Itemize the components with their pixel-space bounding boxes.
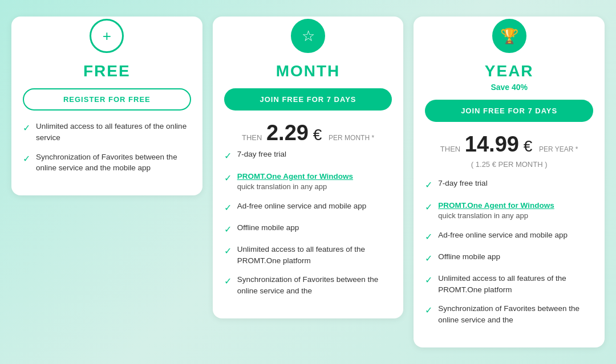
plan-title-month: MONTH (213, 62, 404, 80)
list-item: ✓Unlimited access to all features of the… (23, 121, 191, 143)
plan-title-year: YEAR (414, 62, 605, 80)
check-icon: ✓ (224, 201, 232, 214)
feature-text-year-5: Synchronization of Favorites between the… (438, 303, 593, 325)
plan-price-row-month: THEN 2.29 € PER MONTH * (213, 121, 404, 145)
feature-text-month-5: Synchronization of Favorites between the… (237, 274, 392, 296)
plan-price-sub-year: ( 1.25 € PER MONTH ) (414, 160, 605, 169)
plan-price-then-month: THEN (242, 133, 264, 142)
plan-price-amount-year: 14.99 (465, 132, 519, 156)
plan-card-month: ☆MONTHJOIN FREE FOR 7 DAYSTHEN 2.29 € PE… (213, 17, 404, 318)
plan-btn-year[interactable]: JOIN FREE FOR 7 DAYS (425, 100, 593, 122)
list-item: ✓Unlimited access to all features of the… (425, 273, 593, 295)
plan-icon-month: ☆ (291, 19, 325, 53)
feature-text-month-2: Ad-free online service and mobile app (237, 201, 367, 212)
check-icon: ✓ (224, 149, 232, 162)
feature-text-month-0: 7-day free trial (237, 149, 286, 160)
plan-icon-wrap-year: 🏆 (414, 19, 605, 53)
plan-icon-wrap-month: ☆ (213, 19, 404, 53)
plan-price-period-month: PER MONTH * (329, 134, 374, 142)
check-icon: ✓ (224, 244, 232, 257)
plan-features-year: ✓7-day free trial✓PROMT.One Agent for Wi… (414, 178, 605, 325)
plan-icon-wrap-free: + (11, 19, 202, 53)
check-icon: ✓ (224, 223, 232, 236)
plan-price-period-year: PER YEAR * (539, 145, 578, 153)
check-icon: ✓ (425, 178, 432, 191)
check-icon: ✓ (23, 152, 30, 165)
check-icon: ✓ (425, 252, 432, 265)
plan-icon-free: + (90, 19, 124, 53)
plan-features-free: ✓Unlimited access to all features of the… (11, 121, 202, 173)
plan-features-month: ✓7-day free trial✓PROMT.One Agent for Wi… (213, 149, 404, 296)
pricing-container: +FREEREGISTER FOR FREE✓Unlimited access … (11, 17, 605, 347)
check-icon: ✓ (224, 171, 232, 185)
list-item: ✓7-day free trial (425, 178, 593, 191)
feature-text-month-3: Offline mobile app (237, 222, 299, 234)
plan-card-year: 🏆YEARSave 40%JOIN FREE FOR 7 DAYSTHEN 14… (414, 17, 605, 347)
list-item: ✓7-day free trial (224, 149, 392, 162)
plan-price-row-year: THEN 14.99 € PER YEAR * (414, 132, 605, 157)
plan-save-year: Save 40% (414, 83, 605, 92)
list-item: ✓Unlimited access to all features of the… (224, 244, 392, 266)
check-icon: ✓ (425, 230, 432, 243)
feature-text-year-2: Ad-free online service and mobile app (438, 230, 568, 241)
feature-link-month-1[interactable]: PROMT.One Agent for Windows (237, 172, 353, 181)
plan-price-then-year: THEN (440, 145, 463, 153)
feature-sub-year-1: quick translation in any app (438, 211, 554, 222)
check-icon: ✓ (425, 304, 432, 317)
list-item: ✓Synchronization of Favorites between th… (23, 152, 191, 174)
list-item: ✓Offline mobile app (224, 222, 392, 236)
list-item: ✓PROMT.One Agent for Windowsquick transl… (224, 171, 392, 193)
feature-text-free-0: Unlimited access to all features of the … (36, 121, 191, 143)
list-item: ✓PROMT.One Agent for Windowsquick transl… (425, 200, 593, 222)
plan-card-free: +FREEREGISTER FOR FREE✓Unlimited access … (11, 17, 202, 195)
feature-text-year-3: Offline mobile app (438, 251, 500, 263)
feature-text-year-0: 7-day free trial (438, 178, 487, 189)
feature-text-year-4: Unlimited access to all features of the … (438, 273, 593, 295)
check-icon: ✓ (425, 273, 432, 287)
check-icon: ✓ (23, 121, 30, 134)
feature-text-month-4: Unlimited access to all features of the … (237, 244, 392, 266)
plan-icon-year: 🏆 (492, 19, 526, 53)
list-item: ✓Synchronization of Favorites between th… (425, 303, 593, 325)
list-item: ✓Ad-free online service and mobile app (425, 230, 593, 243)
list-item: ✓Synchronization of Favorites between th… (224, 274, 392, 296)
plan-title-free: FREE (11, 62, 202, 80)
feature-link-year-1[interactable]: PROMT.One Agent for Windows (438, 201, 554, 210)
plan-btn-month[interactable]: JOIN FREE FOR 7 DAYS (224, 88, 392, 111)
plan-btn-free[interactable]: REGISTER FOR FREE (23, 88, 191, 111)
plan-price-currency-year: € (519, 137, 537, 155)
feature-text-free-1: Synchronization of Favorites between the… (36, 152, 191, 174)
check-icon: ✓ (425, 201, 432, 214)
plan-price-currency-month: € (309, 126, 326, 144)
plan-price-amount-month: 2.29 (266, 121, 309, 145)
feature-sub-month-1: quick translation in any app (237, 182, 353, 193)
check-icon: ✓ (224, 275, 232, 288)
list-item: ✓Ad-free online service and mobile app (224, 201, 392, 214)
list-item: ✓Offline mobile app (425, 251, 593, 265)
